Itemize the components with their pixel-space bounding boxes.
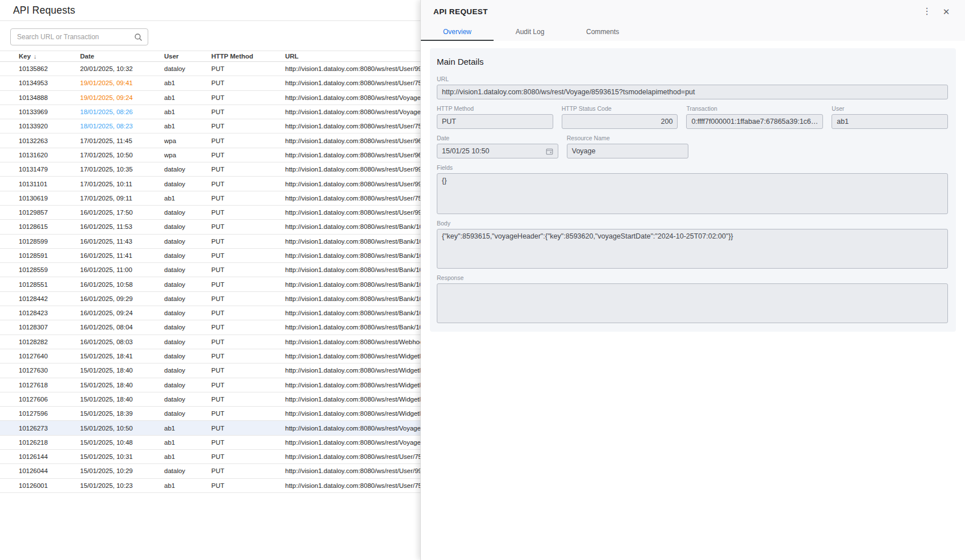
cell-user: ab1 [164,80,211,86]
table-row[interactable]: 1012830716/01/2025, 08:04dataloyPUThttp:… [0,320,420,335]
table-row[interactable]: 1012614415/01/2025, 10:31ab1PUThttp://vi… [0,450,420,464]
cell-key: 10128282 [0,338,80,345]
table-row[interactable]: 1012761815/01/2025, 18:40dataloyPUThttp:… [0,378,420,392]
cell-date: 15/01/2025, 18:40 [80,382,164,388]
cell-method: PUT [211,209,285,216]
cell-url: http://vision1.dataloy.com:8080/ws/rest/… [285,439,420,446]
resource-name-group: Resource Name Voyage [567,135,688,158]
table-row[interactable]: 1012621815/01/2025, 10:48ab1PUThttp://vi… [0,436,420,450]
table-row[interactable]: 1012760615/01/2025, 18:40dataloyPUThttp:… [0,392,420,407]
search-box[interactable] [10,28,148,45]
cell-method: PUT [211,181,285,187]
cell-key: 10126273 [0,425,80,432]
cell-date: 15/01/2025, 18:40 [80,367,164,374]
cell-key: 10127618 [0,382,80,388]
user-field[interactable]: ab1 [832,114,948,129]
cell-date: 19/01/2025, 09:41 [80,80,164,86]
main-details-card: Main Details URL http://vision1.dataloy.… [430,48,956,332]
cell-key: 10128307 [0,324,80,331]
date-field[interactable]: 15/01/25 10:50 [437,144,558,158]
cell-date: 16/01/2025, 08:03 [80,338,164,345]
table-row[interactable]: 1012764015/01/2025, 18:41dataloyPUThttp:… [0,349,420,363]
cell-date: 19/01/2025, 09:24 [80,94,164,101]
http-method-group: HTTP Method PUT [437,105,553,129]
column-header-user[interactable]: User [164,53,211,60]
table-row[interactable]: 1013147917/01/2025, 10:35dataloyPUThttp:… [0,162,420,177]
cell-date: 17/01/2025, 10:50 [80,152,164,158]
cell-method: PUT [211,223,285,230]
column-header-date[interactable]: Date [80,53,164,60]
cell-user: ab1 [164,123,211,129]
body-label: Body [437,220,948,227]
table-row[interactable]: 1013586220/01/2025, 10:32dataloyPUThttp:… [0,62,420,76]
tab-comments[interactable]: Comments [566,23,639,41]
cell-url: http://vision1.dataloy.com:8080/ws/rest/… [285,80,420,86]
cell-method: PUT [211,310,285,316]
table-row[interactable]: 1012855116/01/2025, 10:58dataloyPUThttp:… [0,277,420,291]
cell-date: 15/01/2025, 10:50 [80,425,164,432]
search-input[interactable] [17,33,134,41]
table-row[interactable]: 1012828216/01/2025, 08:03dataloyPUThttp:… [0,335,420,349]
transaction-label: Transaction [686,105,823,112]
column-header-url[interactable]: URL [285,53,420,60]
http-status-field[interactable]: 200 [562,114,678,129]
cell-url: http://vision1.dataloy.com:8080/ws/rest/… [285,108,420,115]
table-row[interactable]: 1013488819/01/2025, 09:24ab1PUThttp://vi… [0,91,420,105]
table-row[interactable]: 1013110117/01/2025, 10:11dataloyPUThttp:… [0,177,420,191]
table-row[interactable]: 1012855916/01/2025, 11:00dataloyPUThttp:… [0,263,420,277]
cell-url: http://vision1.dataloy.com:8080/ws/rest/… [285,209,420,216]
table-row[interactable]: 1012861516/01/2025, 11:53dataloyPUThttp:… [0,220,420,234]
table-row[interactable]: 1013396918/01/2025, 08:26ab1PUThttp://vi… [0,105,420,119]
table-row[interactable]: 1013061917/01/2025, 09:11ab1PUThttp://vi… [0,191,420,206]
table-row[interactable]: 1013226317/01/2025, 11:45wpaPUThttp://vi… [0,133,420,148]
table-row[interactable]: 1012759615/01/2025, 18:39dataloyPUThttp:… [0,407,420,421]
cell-method: PUT [211,324,285,331]
cell-url: http://vision1.dataloy.com:8080/ws/rest/… [285,310,420,316]
resource-name-field[interactable]: Voyage [567,144,688,158]
http-method-field[interactable]: PUT [437,114,553,129]
table-row[interactable]: 1012842316/01/2025, 09:24dataloyPUThttp:… [0,306,420,320]
search-icon[interactable] [134,33,143,41]
cell-user: ab1 [164,482,211,489]
table-row[interactable]: 1013392018/01/2025, 08:23ab1PUThttp://vi… [0,119,420,133]
user-label: User [832,105,948,112]
table-row[interactable]: 1012600115/01/2025, 10:23ab1PUThttp://vi… [0,479,420,493]
table-row[interactable]: 1012844216/01/2025, 09:29dataloyPUThttp:… [0,292,420,306]
http-status-label: HTTP Status Code [562,105,678,112]
calendar-icon[interactable] [546,148,553,155]
column-header-key[interactable]: Key↓ [0,53,80,60]
table-row[interactable]: 1012627315/01/2025, 10:50ab1PUThttp://vi… [0,421,420,435]
table-row[interactable]: 1012604415/01/2025, 10:29dataloyPUThttp:… [0,464,420,478]
cell-url: http://vision1.dataloy.com:8080/ws/rest/… [285,425,420,432]
cell-date: 16/01/2025, 11:41 [80,252,164,259]
table-row[interactable]: 1012859116/01/2025, 11:41dataloyPUThttp:… [0,249,420,263]
cell-method: PUT [211,382,285,388]
kebab-menu-icon[interactable]: ⋮ [920,4,934,19]
sort-desc-icon[interactable]: ↓ [34,53,37,60]
cell-url: http://vision1.dataloy.com:8080/ws/rest/… [285,137,420,144]
table-row[interactable]: 1012859916/01/2025, 11:43dataloyPUThttp:… [0,235,420,249]
close-icon[interactable]: ✕ [939,4,954,19]
table-row[interactable]: 1012985716/01/2025, 17:50dataloyPUThttp:… [0,206,420,220]
table-row[interactable]: 1013495319/01/2025, 09:41ab1PUThttp://vi… [0,76,420,90]
page-title: API Requests [13,5,75,16]
tab-overview[interactable]: Overview [421,23,494,41]
cell-date: 16/01/2025, 09:29 [80,295,164,302]
cell-method: PUT [211,137,285,144]
cell-date: 16/01/2025, 17:50 [80,209,164,216]
table-row[interactable]: 1013162017/01/2025, 10:50wpaPUThttp://vi… [0,148,420,162]
fields-label: Fields [437,164,948,171]
url-field[interactable]: http://vision1.dataloy.com:8080/ws/rest/… [437,85,948,99]
transaction-field[interactable]: 0:ffff7f000001:1ffabae7:67865a39:1c6… [686,114,823,129]
cell-date: 17/01/2025, 10:35 [80,166,164,173]
cell-method: PUT [211,353,285,360]
table-row[interactable]: 1012763015/01/2025, 18:40dataloyPUThttp:… [0,363,420,378]
response-textarea[interactable] [437,283,948,323]
body-textarea[interactable]: {"key":8593615,"voyageHeader":{"key":859… [437,229,948,269]
tab-audit-log[interactable]: Audit Log [494,23,566,41]
api-requests-table: Key↓ Date User HTTP Method URL 101358622… [0,51,420,493]
column-header-method[interactable]: HTTP Method [211,53,285,60]
cell-key: 10134888 [0,94,80,101]
cell-date: 16/01/2025, 11:43 [80,238,164,245]
fields-textarea[interactable]: {} [437,173,948,214]
